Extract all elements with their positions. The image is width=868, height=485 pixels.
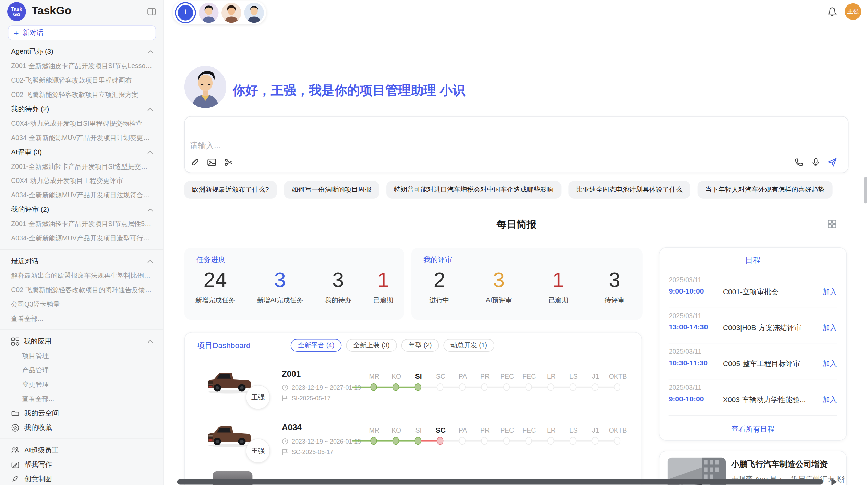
list-item[interactable]: C0X4-动力总成开发项目工程变更评审	[0, 174, 163, 188]
app-item[interactable]: 变更管理	[0, 377, 163, 391]
view-all-schedule-link[interactable]: 查看所有日程	[659, 418, 846, 440]
milestone[interactable]: SC	[430, 372, 452, 381]
section-header-my-todo[interactable]: 我的待办 (2)	[0, 102, 163, 116]
sidebar-scroll-area[interactable]: Agent已办 (3) Z001-全新燃油皮卡产品开发项目SI节点Lesson …	[0, 44, 163, 485]
chat-input[interactable]: 请输入...	[190, 140, 221, 151]
milestone[interactable]: FEC	[518, 372, 540, 381]
add-conversation-button[interactable]: +	[175, 2, 196, 23]
section-header-recent-chats[interactable]: 最近对话	[0, 254, 163, 268]
suggestion-chip[interactable]: 比亚迪全固态电池计划具体说了什么	[568, 181, 690, 199]
horizontal-scrollbar[interactable]	[177, 479, 823, 484]
vertical-scrollbar[interactable]	[864, 177, 867, 204]
join-link[interactable]: 加入	[823, 395, 837, 405]
avatar[interactable]	[199, 3, 219, 23]
milestone[interactable]: PEC	[496, 426, 518, 435]
paperclip-icon[interactable]	[190, 158, 199, 167]
list-item[interactable]: C02-飞腾新能源轻客改款项目里程碑画布	[0, 73, 163, 87]
list-item[interactable]: 查看全部...	[0, 311, 163, 326]
mic-icon[interactable]	[811, 158, 820, 167]
milestone[interactable]: PA	[452, 372, 474, 381]
milestone[interactable]: LS	[563, 372, 585, 381]
app-item[interactable]: 项目管理	[0, 348, 163, 363]
chevron-up-icon[interactable]	[147, 259, 154, 263]
sidebar-item-help-write[interactable]: 帮我写作	[0, 457, 163, 472]
milestone[interactable]: OKTB	[607, 372, 629, 381]
suggestion-chip[interactable]: 当下年轻人对汽车外观有怎样的喜好趋势	[697, 181, 832, 199]
milestone[interactable]: KO	[385, 426, 408, 435]
chevron-up-icon[interactable]	[147, 208, 154, 211]
section-header-agent-done[interactable]: Agent已办 (3)	[0, 44, 163, 59]
sidebar-item-ai-staff[interactable]: AI超级员工	[0, 443, 163, 457]
join-link[interactable]: 加入	[823, 359, 837, 369]
list-item[interactable]: Z001-全新燃油皮卡产品开发项目SI节点Lesson Learn报告	[0, 59, 163, 73]
list-item[interactable]: A034-全新新能源MUV产品开发项目造型可行性评审	[0, 231, 163, 246]
milestone[interactable]: SI	[407, 372, 430, 381]
milestone[interactable]: MR	[363, 372, 385, 381]
section-header-my-apps[interactable]: 我的应用	[0, 334, 163, 348]
phone-icon[interactable]	[794, 158, 804, 167]
milestone[interactable]: LR	[540, 372, 563, 381]
layout-grid-icon[interactable]	[828, 220, 836, 228]
milestone[interactable]: PR	[474, 426, 496, 435]
image-icon[interactable]	[207, 158, 216, 167]
milestone[interactable]: J1	[584, 426, 607, 435]
milestone[interactable]: SC	[430, 426, 452, 435]
list-item[interactable]: C02-飞腾新能源轻客改款项目的闭环通告反馈情况	[0, 283, 163, 297]
list-item[interactable]: A034-全新新能源MUV产品开发项目计划变更表编写	[0, 130, 163, 145]
app-item[interactable]: 产品管理	[0, 363, 163, 377]
sidebar-item-cloud-space[interactable]: 我的云空间	[0, 406, 163, 420]
scroll-right-arrow-icon[interactable]	[831, 478, 837, 485]
list-item[interactable]: Z001-全新燃油轻卡产品开发项目SI造型提交物评审	[0, 159, 163, 174]
app-item[interactable]: 查看全部...	[0, 391, 163, 406]
avatar[interactable]	[244, 3, 264, 23]
list-item[interactable]: 解释最新出台的欧盟报废车法规再生塑料比例被调至15%	[0, 268, 163, 283]
filter-pill[interactable]: 全新平台 (4)	[291, 339, 342, 352]
list-item[interactable]: C0X4-动力总成开发项目SI里程碑提交物检查	[0, 116, 163, 130]
avatar[interactable]	[221, 3, 241, 23]
list-item[interactable]: 公司Q3轻卡销量	[0, 297, 163, 311]
topbar-right: 王强	[828, 3, 861, 20]
filter-pill[interactable]: 全新上装 (3)	[346, 339, 397, 352]
project-row[interactable]: 王强 Z001 2023-12-19 ~ 2027-01-19 SI-2025-…	[185, 359, 641, 413]
sidebar-collapse-icon[interactable]	[147, 7, 156, 16]
list-item[interactable]: A034-全新新能源MUV产品开发项目法规符合性评审	[0, 188, 163, 202]
scissors-icon[interactable]	[224, 158, 233, 167]
milestone[interactable]: J1	[584, 372, 607, 381]
sidebar-item-favorites[interactable]: 我的收藏	[0, 420, 163, 435]
join-link[interactable]: 加入	[823, 323, 837, 333]
milestone[interactable]: SI	[407, 426, 430, 435]
filter-pill[interactable]: 动总开发 (1)	[443, 339, 494, 352]
join-link[interactable]: 加入	[823, 287, 837, 297]
milestone[interactable]: OKTB	[607, 426, 629, 435]
milestone[interactable]: LS	[563, 426, 585, 435]
milestone[interactable]: FEC	[518, 426, 540, 435]
chevron-up-icon[interactable]	[147, 339, 154, 343]
project-owner-badge[interactable]: 王强	[246, 385, 270, 409]
suggestion-chip[interactable]: 欧洲新规最近颁布了什么?	[184, 181, 277, 199]
chevron-up-icon[interactable]	[147, 50, 154, 53]
suggestion-chip[interactable]: 特朗普可能对进口汽车增税会对中国车企造成哪些影响	[386, 181, 561, 199]
new-chat-button[interactable]: + 新对话	[8, 25, 156, 40]
send-icon[interactable]	[828, 158, 837, 167]
list-item[interactable]: C02-飞腾新能源轻客改款项目立项汇报方案	[0, 87, 163, 102]
milestone[interactable]: MR	[363, 426, 385, 435]
section-header-my-review[interactable]: 我的评审 (2)	[0, 202, 163, 217]
project-owner-badge[interactable]: 王强	[246, 439, 270, 463]
suggestion-chip[interactable]: 如何写一份清晰的项目周报	[284, 181, 379, 199]
bell-icon[interactable]	[828, 7, 837, 16]
sidebar-item-creative-draw[interactable]: 创意制图	[0, 472, 163, 485]
milestone[interactable]: LR	[540, 426, 563, 435]
milestone[interactable]: PR	[474, 372, 496, 381]
filter-pill[interactable]: 年型 (2)	[401, 339, 439, 352]
milestone[interactable]: PA	[452, 426, 474, 435]
user-avatar[interactable]: 王强	[845, 3, 861, 20]
milestone[interactable]: KO	[385, 372, 408, 381]
section-header-ai-review[interactable]: AI评审 (3)	[0, 145, 163, 159]
project-row[interactable]: 王强 A034 2023-12-19 ~ 2026-01-19 SC-2025-…	[185, 413, 641, 467]
stat-item: 3 新增AI完成任务	[257, 268, 303, 306]
chevron-up-icon[interactable]	[147, 107, 154, 111]
chevron-up-icon[interactable]	[147, 150, 154, 154]
list-item[interactable]: Z001-全新燃油轻卡产品开发项目SI节点属性5D文件评审	[0, 217, 163, 231]
milestone-label: PA	[452, 372, 474, 381]
milestone[interactable]: PEC	[496, 372, 518, 381]
